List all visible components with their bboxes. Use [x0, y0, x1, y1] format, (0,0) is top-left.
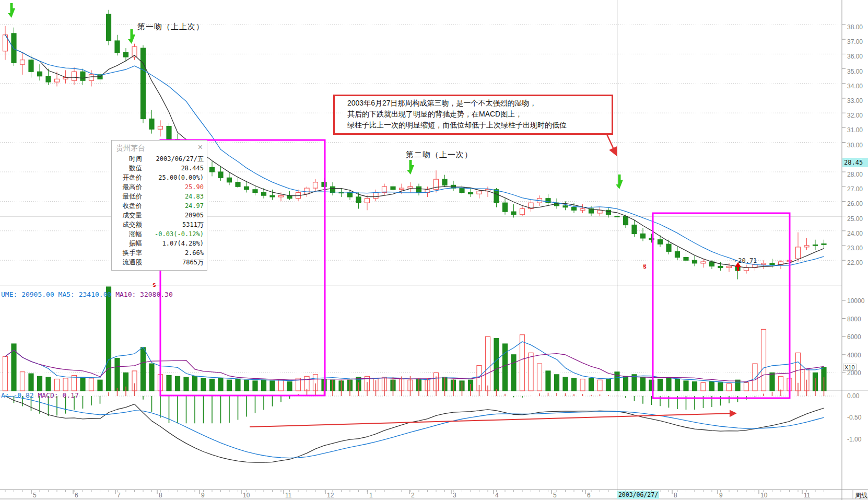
tooltip-row: 成交额5311万 — [112, 220, 207, 229]
volume-axis-tick: 10000 — [847, 297, 864, 305]
period-label[interactable]: 周线 — [855, 491, 867, 500]
tooltip-row: 最低价24.83 — [112, 192, 207, 201]
tooltip-row: 收盘价24.97 — [112, 201, 207, 211]
note-line: 绿柱子比上一次的明显缩短，而低位却低于上次绿柱子出现时的低位 — [347, 120, 612, 131]
volume-axis-tick: 8000 — [847, 316, 861, 323]
price-axis-tick: 23.00 — [847, 245, 863, 252]
price-axis-tick: 26.00 — [847, 200, 863, 207]
first-kiss-label: 第一吻（上上次） — [137, 22, 204, 32]
price-axis-tick: 22.00 — [847, 259, 863, 266]
macd-axis-tick: -1.00 — [847, 436, 861, 443]
tooltip-row-value: 7865万 — [142, 258, 207, 267]
time-axis-month-label: 4 — [495, 492, 499, 499]
tooltip-row-value: 28.445 — [142, 164, 207, 173]
tooltip-row-label: 成交量 — [112, 211, 142, 220]
close-icon[interactable]: × — [198, 142, 203, 153]
price-axis-tick: 32.00 — [847, 112, 863, 119]
time-axis-month-label: 5 — [33, 492, 37, 499]
tooltip-row: 最高价25.90 — [112, 182, 207, 192]
tooltip-row-value: 25.90 — [142, 182, 207, 192]
stock-name: 贵州茅台 — [116, 144, 145, 152]
tooltip-row-value: 24.97 — [142, 201, 207, 211]
volume-indicator-readout: UME: 20905.00 MA5: 23410.00 MA10: 32080.… — [1, 290, 173, 298]
price-axis-tick: 35.00 — [847, 68, 863, 75]
time-axis-month-label: 12 — [327, 492, 334, 499]
tooltip-row: 时间2003/06/27/五 — [112, 154, 207, 164]
tooltip-row-label: 开盘价 — [112, 173, 142, 182]
time-axis-month-label: 5 — [553, 492, 557, 499]
low-price-label: ←20.71 — [734, 257, 757, 264]
time-axis-month-label: 9 — [201, 492, 205, 499]
time-axis-month-label: 11 — [285, 492, 291, 499]
price-axis-tick: 31.00 — [847, 126, 863, 134]
indicator-value: A: -0.82 — [1, 391, 38, 399]
chart-application-window: × 贵州茅台 时间2003/06/27/五数值28.445开盘价25.00(0.… — [0, 0, 868, 500]
price-axis-tick: 33.00 — [847, 97, 863, 104]
tooltip-row-label: 换手率 — [112, 248, 142, 258]
price-axis-tick: 24.00 — [847, 230, 863, 237]
price-axis-tick: 38.00 — [847, 24, 863, 31]
tooltip-row-label: 最低价 — [112, 192, 142, 201]
price-axis-tick: 30.00 — [847, 142, 863, 149]
volume-axis-tick: 6000 — [847, 333, 861, 341]
tooltip-row-label: 成交额 — [112, 220, 142, 229]
time-axis-month-label: 11 — [804, 492, 810, 499]
macd-axis-tick: -0.50 — [847, 414, 861, 421]
tooltip-row-value: 5311万 — [142, 220, 207, 229]
sell-marker: ŝ — [643, 263, 647, 270]
analysis-note-box: 2003年6月27日那周构成第三吻，是一个不太强烈的湿吻， 其后的下跌就出现了明… — [333, 95, 613, 135]
macd-indicator-readout: A: -0.82 MACD: 0.17 — [1, 391, 79, 399]
tooltip-row: 换手率2.66% — [112, 248, 207, 258]
crosshair-date-tag: 2003/06/27/五 — [617, 491, 659, 499]
note-line: 其后的下跌就出现了明显的背驰走势，在MACD图上， — [347, 109, 612, 120]
tooltip-row-value: 1.07(4.28%) — [142, 239, 207, 248]
price-axis-tick: 37.00 — [847, 38, 863, 45]
tooltip-row-value: 2003/06/27/五 — [142, 154, 207, 164]
indicator-value: UME: 20905.00 — [1, 290, 58, 298]
tooltip-row: 流通股7865万 — [112, 258, 207, 267]
time-axis-month-label: 10 — [243, 492, 250, 499]
time-axis-month-label: 6 — [587, 492, 591, 499]
time-axis-month-label: 8 — [159, 492, 162, 499]
indicator-value: MA5: 23410.00 — [58, 290, 116, 298]
tooltip-row-label: 流通股 — [112, 258, 142, 267]
indicator-value: MACD: 0.17 — [38, 391, 78, 399]
tooltip-row: 涨幅-0.03(-0.12%) — [112, 229, 207, 239]
tooltip-row-value: 25.00(0.00%) — [142, 173, 207, 182]
time-axis-month-label: 6 — [75, 492, 78, 499]
tooltip-row-label: 收盘价 — [112, 201, 142, 211]
time-axis-month-label: 1 — [369, 492, 373, 499]
tooltip-row: 成交量20905 — [112, 211, 207, 220]
price-axis-tick: 25.00 — [847, 215, 863, 223]
tooltip-row-value: 20905 — [142, 211, 207, 220]
tooltip-row-label: 最高价 — [112, 182, 142, 192]
time-axis-month-label: 3 — [453, 492, 456, 499]
volume-axis-tick: 2000 — [847, 369, 861, 377]
volume-axis-tick: 4000 — [847, 352, 861, 359]
tooltip-row-label: 时间 — [112, 154, 142, 164]
quote-tooltip-panel[interactable]: × 贵州茅台 时间2003/06/27/五数值28.445开盘价25.00(0.… — [111, 140, 207, 271]
sell-marker: s — [153, 281, 156, 288]
price-axis-tick: 34.00 — [847, 83, 863, 90]
second-kiss-label: 第二吻（上一次） — [406, 150, 473, 160]
tooltip-rows: 时间2003/06/27/五数值28.445开盘价25.00(0.00%)最高价… — [112, 154, 207, 267]
tooltip-row: 振幅1.07(4.28%) — [112, 239, 207, 248]
time-axis-month-label: 8 — [674, 492, 677, 499]
price-axis-tick: 28.00 — [847, 171, 863, 178]
tooltip-row-value: 24.83 — [142, 192, 207, 201]
time-axis-month-label: 9 — [719, 492, 723, 499]
tooltip-row-label: 涨幅 — [112, 229, 142, 239]
tooltip-row-value: -0.03(-0.12%) — [142, 229, 207, 239]
time-axis-month-label: 10 — [760, 492, 767, 499]
tooltip-row: 开盘价25.00(0.00%) — [112, 173, 207, 182]
time-axis-month-label: 2 — [411, 492, 415, 499]
time-axis-month-label: 7 — [117, 492, 121, 499]
crosshair-price-tag: 28.45 — [842, 158, 868, 167]
price-axis-tick: 36.00 — [847, 53, 863, 60]
note-line: 2003年6月27日那周构成第三吻，是一个不太强烈的湿吻， — [347, 98, 612, 109]
tooltip-row-label: 数值 — [112, 164, 142, 173]
indicator-value: MA10: 32080.30 — [115, 290, 173, 298]
tooltip-row: 数值28.445 — [112, 164, 207, 173]
tooltip-header: × 贵州茅台 — [112, 141, 207, 154]
tooltip-row-label: 振幅 — [112, 239, 142, 248]
